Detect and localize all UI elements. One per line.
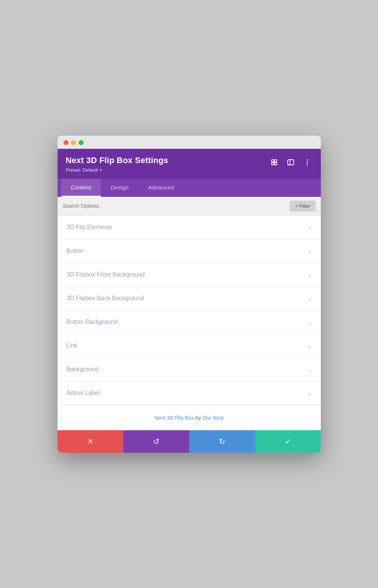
svg-rect-1: [275, 160, 277, 162]
titlebar: [58, 136, 321, 149]
undo-button[interactable]: ↺: [123, 430, 189, 453]
plugin-link[interactable]: Next 3D Flip Box: [155, 415, 194, 421]
settings-window: Next 3D Flip Box Settings Preset: Defaul…: [58, 136, 321, 453]
svg-rect-4: [288, 160, 294, 165]
accordion-header-back-background[interactable]: 3D Flipbox Back Background ⌄: [58, 287, 321, 310]
preset-selector[interactable]: Preset: Default ▾: [66, 167, 169, 173]
tab-advanced[interactable]: Advanced: [138, 179, 184, 197]
fullscreen-icon[interactable]: [269, 157, 279, 168]
panel-header: Next 3D Flip Box Settings Preset: Defaul…: [58, 149, 321, 179]
traffic-lights: [64, 140, 83, 145]
accordion-header-admin-label[interactable]: Admin Label ⌄: [58, 381, 321, 405]
tab-content[interactable]: Content: [61, 179, 101, 197]
chevron-down-icon: ⌄: [307, 224, 312, 230]
accordion-header-button-background[interactable]: Button Background ⌄: [58, 310, 321, 334]
chevron-down-icon: ⌄: [307, 319, 312, 325]
search-bar: + Filter: [58, 197, 321, 216]
filter-button[interactable]: + Filter: [290, 201, 315, 212]
preset-arrow-icon: ▾: [100, 168, 102, 172]
action-bar: ✕ ↺ ↻ ✓: [58, 430, 321, 453]
chevron-down-icon: ⌄: [307, 390, 312, 396]
accordion-button-background: Button Background ⌄: [58, 310, 321, 334]
chevron-down-icon: ⌄: [307, 343, 312, 349]
tab-bar: Content Design Advanced: [58, 179, 321, 197]
accordion-header-front-background[interactable]: 3D Flipbox Front Background ⌄: [58, 263, 321, 286]
svg-point-6: [307, 159, 308, 161]
sidebar-icon[interactable]: [285, 157, 296, 168]
accordion-flip-elements: 3D Flip Elements ⌄: [58, 216, 321, 239]
chevron-down-icon: ⌄: [307, 248, 312, 254]
accordion-admin-label: Admin Label ⌄: [58, 381, 321, 405]
minimize-button[interactable]: [71, 140, 76, 145]
search-input[interactable]: [63, 201, 287, 210]
tab-design[interactable]: Design: [101, 179, 138, 197]
accordion-header-background[interactable]: Background ⌄: [58, 358, 321, 381]
accordion-header-link[interactable]: Link ⌄: [58, 334, 321, 357]
cancel-button[interactable]: ✕: [58, 430, 123, 453]
svg-rect-0: [272, 160, 274, 162]
accordion-button: Button ⌄: [58, 239, 321, 263]
accordion-link: Link ⌄: [58, 334, 321, 358]
maximize-button[interactable]: [79, 140, 83, 145]
save-button[interactable]: ✓: [255, 430, 321, 453]
accordion-front-background: 3D Flipbox Front Background ⌄: [58, 263, 321, 287]
accordion-header-flip-elements[interactable]: 3D Flip Elements ⌄: [58, 216, 321, 239]
accordion-back-background: 3D Flipbox Back Background ⌄: [58, 287, 321, 310]
footer-attribution: Next 3D Flip Box by Divi Next: [58, 405, 321, 430]
svg-rect-2: [272, 163, 274, 165]
redo-button[interactable]: ↻: [189, 430, 255, 453]
chevron-down-icon: ⌄: [307, 272, 312, 278]
svg-rect-3: [275, 163, 277, 165]
accordion-list: 3D Flip Elements ⌄ Button ⌄ 3D Flipbox F…: [58, 216, 321, 430]
chevron-down-icon: ⌄: [307, 366, 312, 372]
svg-point-8: [307, 164, 308, 165]
accordion-header-button[interactable]: Button ⌄: [58, 239, 321, 263]
chevron-down-icon: ⌄: [307, 295, 312, 301]
more-options-icon[interactable]: [302, 157, 313, 168]
author-link[interactable]: Divi Next: [202, 415, 223, 421]
svg-point-7: [307, 162, 308, 163]
close-button[interactable]: [64, 140, 68, 145]
panel-title: Next 3D Flip Box Settings: [66, 156, 169, 165]
accordion-background: Background ⌄: [58, 358, 321, 381]
